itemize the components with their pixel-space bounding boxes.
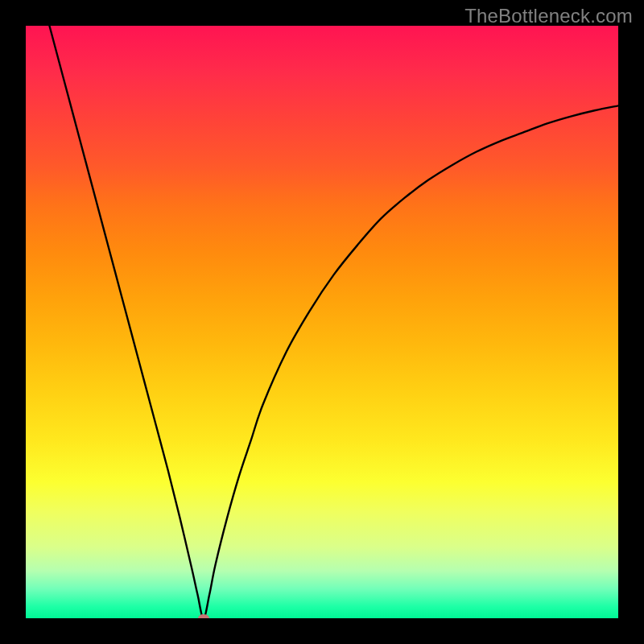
watermark-text: TheBottleneck.com — [464, 5, 633, 27]
chart-canvas: TheBottleneck.com — [0, 0, 644, 644]
curve-svg — [26, 26, 618, 618]
plot-area — [26, 26, 618, 618]
vertex-marker — [198, 614, 209, 618]
curve-path — [49, 26, 618, 618]
